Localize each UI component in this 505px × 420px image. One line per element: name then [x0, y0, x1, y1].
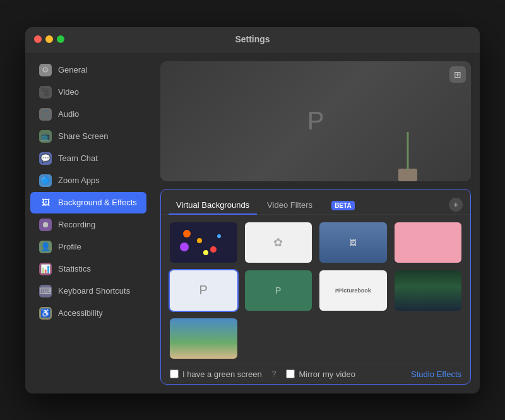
sidebar-item-background-effects[interactable]: 🖼 Background & Effects — [30, 192, 146, 213]
minimize-button[interactable] — [45, 35, 53, 43]
add-background-button[interactable]: + — [449, 198, 463, 212]
sidebar: ⚙ General 🎥 Video 🎵 Audio 📺 Share Screen… — [25, 52, 152, 393]
backgrounds-panel: Virtual Backgrounds Video Filters BETA + — [160, 189, 471, 385]
keyboard-shortcuts-icon: ⌨ — [39, 285, 52, 297]
mirror-video-checkbox[interactable]: Mirror my video — [286, 369, 355, 379]
general-icon: ⚙ — [39, 64, 52, 76]
sidebar-item-share-screen[interactable]: 📺 Share Screen — [30, 126, 146, 147]
background-item-northern-lights[interactable] — [393, 269, 463, 312]
sidebar-item-profile[interactable]: 👤 Profile — [30, 236, 146, 258]
tabs-footer: I have a green screen ? Mirror my video … — [161, 364, 470, 384]
profile-icon: 👤 — [39, 241, 52, 253]
sidebar-item-general[interactable]: ⚙ General — [30, 59, 146, 81]
titlebar: Settings — [25, 27, 480, 52]
sidebar-item-zoom-apps[interactable]: 🔷 Zoom Apps — [30, 170, 146, 191]
tabs-header: Virtual Backgrounds Video Filters BETA + — [161, 189, 470, 215]
background-effects-label: Background & Effects — [58, 198, 137, 207]
recording-icon: ⏺ — [39, 219, 52, 231]
sidebar-item-audio[interactable]: 🎵 Audio — [30, 104, 146, 125]
sidebar-item-team-chat[interactable]: 💬 Team Chat — [30, 148, 146, 169]
sidebar-item-recording[interactable]: ⏺ Recording — [30, 214, 146, 236]
content-area: ⚙ General 🎥 Video 🎵 Audio 📺 Share Screen… — [25, 52, 480, 393]
background-item-zoom-text[interactable]: #Picturebook — [318, 269, 388, 312]
mirror-label: Mirror my video — [299, 369, 355, 379]
share-screen-icon: 📺 — [39, 130, 52, 143]
background-item-pink[interactable] — [393, 221, 463, 264]
keyboard-shortcuts-label: Keyboard Shortcuts — [58, 286, 130, 296]
green-screen-label: I have a green screen — [182, 369, 262, 379]
window-title: Settings — [235, 34, 270, 44]
recording-label: Recording — [58, 220, 95, 229]
help-icon: ? — [272, 369, 276, 378]
background-item-office[interactable]: 🖼 — [318, 221, 388, 264]
video-label: Video — [58, 87, 79, 97]
background-item-dots[interactable] — [169, 221, 239, 264]
maximize-button[interactable] — [57, 35, 64, 43]
accessibility-label: Accessibility — [58, 308, 103, 318]
zoom-apps-label: Zoom Apps — [58, 176, 100, 185]
profile-label: Profile — [58, 242, 81, 251]
background-item-white[interactable]: ✿ — [244, 221, 314, 264]
zoom-logo: P — [307, 107, 324, 135]
sidebar-item-accessibility[interactable]: ♿ Accessibility — [30, 303, 146, 324]
accessibility-icon: ♿ — [39, 307, 52, 320]
backgrounds-grid: ✿ 🖼 P — [161, 215, 470, 364]
general-label: General — [58, 65, 87, 75]
traffic-lights — [34, 35, 64, 43]
settings-window: Settings ⚙ General 🎥 Video 🎵 Audio 📺 Sha… — [25, 27, 480, 393]
beta-badge: BETA — [331, 201, 354, 210]
team-chat-label: Team Chat — [58, 153, 98, 163]
video-icon: 🎥 — [39, 86, 52, 99]
expand-preview-button[interactable]: ⊞ — [449, 66, 466, 83]
background-item-white-logo[interactable]: P — [169, 269, 239, 312]
audio-label: Audio — [58, 109, 79, 119]
background-effects-icon: 🖼 — [39, 196, 52, 209]
camera-preview: P ⊞ — [160, 61, 471, 181]
main-area: P ⊞ Virtual Backgrounds Video Filters BE… — [152, 52, 480, 393]
green-screen-input[interactable] — [170, 369, 179, 378]
audio-icon: 🎵 — [39, 108, 52, 121]
sidebar-item-video[interactable]: 🎥 Video — [30, 81, 146, 103]
team-chat-icon: 💬 — [39, 152, 52, 165]
background-item-beach[interactable] — [169, 317, 239, 360]
statistics-label: Statistics — [58, 264, 91, 273]
tab-avatars[interactable]: BETA — [323, 196, 362, 215]
zoom-apps-icon: 🔷 — [39, 174, 52, 187]
tab-video-filters[interactable]: Video Filters — [259, 196, 320, 215]
studio-effects-button[interactable]: Studio Effects — [411, 369, 461, 379]
plant-decoration — [383, 105, 433, 181]
close-button[interactable] — [34, 35, 42, 43]
green-screen-checkbox[interactable]: I have a green screen — [170, 369, 262, 379]
sidebar-item-statistics[interactable]: 📊 Statistics — [30, 258, 146, 280]
statistics-icon: 📊 — [39, 263, 52, 275]
sidebar-item-keyboard-shortcuts[interactable]: ⌨ Keyboard Shortcuts — [30, 280, 146, 302]
share-screen-label: Share Screen — [58, 131, 109, 141]
mirror-input[interactable] — [286, 369, 295, 378]
preview-background: P — [160, 61, 471, 181]
tab-virtual-backgrounds[interactable]: Virtual Backgrounds — [169, 196, 257, 215]
background-item-green-logo[interactable]: P — [244, 269, 314, 312]
